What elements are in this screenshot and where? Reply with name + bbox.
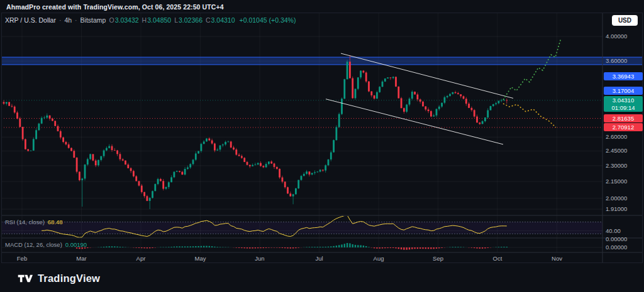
time-axis[interactable]: FebMarAprMayJunJulAugSepOctNov: [0, 253, 602, 263]
low-value: 3.02366: [179, 16, 203, 24]
ohlc-open: O3.03432: [109, 16, 138, 24]
price-level-badge: 3.17004: [604, 87, 643, 95]
price-tick-label: 4.00000: [606, 33, 627, 40]
interval-label: 4h: [64, 16, 72, 24]
price-tick-label: 2.30000: [606, 162, 627, 169]
time-axis-label: Sep: [429, 255, 448, 262]
price-tick-label: 3.60000: [606, 57, 627, 64]
time-axis-label: Jul: [310, 255, 329, 262]
price-tick-label: 2.15000: [606, 178, 627, 185]
price-axis[interactable]: 4.000003.600002.600002.450002.300002.150…: [603, 0, 644, 263]
rsi-label-text: RSI (14, close): [5, 219, 45, 225]
exchange-label: Bitstamp: [80, 16, 106, 24]
time-axis-label: Nov: [548, 255, 567, 262]
rsi-value: 68.48: [48, 219, 63, 225]
current-price-value: 3.04310: [604, 97, 643, 104]
ohlc-low: L3.02366: [174, 16, 203, 24]
time-axis-label: Feb: [13, 255, 31, 262]
high-key: H: [142, 16, 147, 24]
price-level-badge: 2.81635: [604, 114, 643, 122]
symbol-legend[interactable]: XRP / U.S. Dollar · 4h · Bitstamp O3.034…: [5, 16, 296, 24]
separator-dot: ·: [59, 16, 62, 24]
price-tick-label: 1.91000: [606, 205, 627, 212]
tradingview-chart-page: AhmadPro created with TradingView.com, O…: [0, 0, 644, 292]
currency-toggle-button[interactable]: USD: [612, 15, 638, 26]
symbol-name: XRP / U.S. Dollar: [5, 16, 56, 24]
time-axis-label: May: [191, 255, 210, 262]
rsi-indicator-label[interactable]: RSI (14, close) 68.48: [5, 219, 63, 225]
rsi-axis-label: 40.00: [606, 227, 621, 234]
footer: TradingView: [0, 264, 644, 292]
macd-axis-label: 0.00000: [606, 235, 627, 242]
open-value: 3.03432: [115, 16, 139, 24]
tradingview-brand-text[interactable]: TradingView: [38, 273, 100, 284]
tradingview-logo-icon[interactable]: [18, 274, 33, 283]
change-value: +0.01045 (+0.34%): [240, 16, 296, 24]
price-level-badge: 3.36943: [604, 72, 643, 80]
ohlc-close: C3.04310: [206, 16, 235, 24]
close-key: C: [206, 16, 211, 24]
ohlc-high: H3.04850: [142, 16, 172, 24]
price-level-badge: 2.70912: [604, 123, 643, 131]
price-tick-label: 2.00000: [606, 195, 627, 202]
time-axis-label: Jun: [250, 255, 269, 262]
time-axis-label: Oct: [488, 255, 507, 262]
high-value: 3.04850: [147, 16, 171, 24]
macd-indicator-label[interactable]: MACD (12, 26, close) 0.00190: [5, 241, 87, 248]
price-tick-label: 2.45000: [606, 147, 627, 154]
bar-countdown: 01:09:14: [604, 104, 643, 112]
open-key: O: [109, 16, 114, 24]
macd-axis-label: 0.00000: [606, 244, 627, 251]
current-price-badge: 3.0431001:09:14: [604, 96, 643, 112]
time-axis-label: Aug: [369, 255, 388, 262]
macd-label-text: MACD (12, 26, close): [5, 241, 62, 248]
chart-canvas[interactable]: [0, 0, 644, 292]
time-axis-label: Mar: [72, 255, 91, 262]
time-axis-label: Apr: [131, 255, 150, 262]
macd-value: 0.00190: [65, 241, 87, 248]
low-key: L: [174, 16, 178, 24]
close-value: 3.04310: [211, 16, 235, 24]
separator-dot: ·: [75, 16, 77, 24]
price-tick-label: 2.60000: [606, 133, 627, 140]
